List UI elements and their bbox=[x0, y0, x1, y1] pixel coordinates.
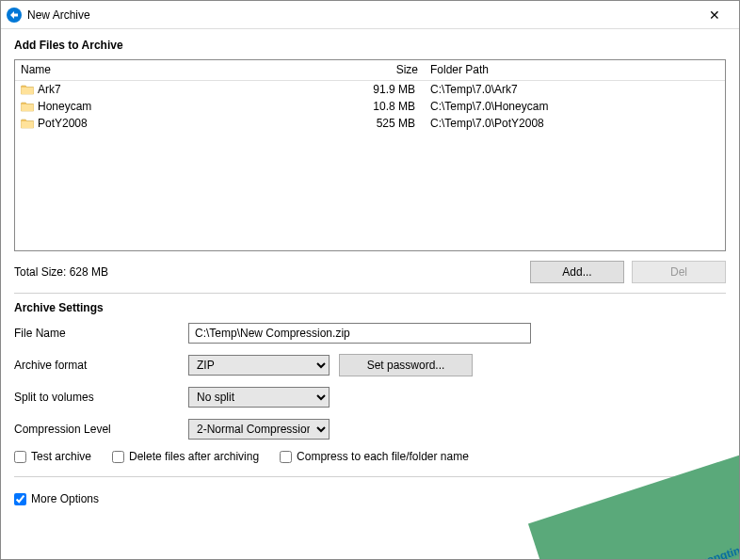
file-name: PotY2008 bbox=[38, 117, 88, 130]
file-list-header: Name Size Folder Path bbox=[15, 60, 725, 81]
set-password-button[interactable]: Set password... bbox=[339, 354, 473, 376]
app-icon bbox=[7, 8, 22, 23]
test-archive-input[interactable] bbox=[14, 451, 26, 463]
delete-after-checkbox[interactable]: Delete files after archiving bbox=[112, 450, 259, 463]
archive-settings-heading: Archive Settings bbox=[14, 301, 726, 314]
more-options-label: More Options bbox=[31, 492, 99, 505]
archive-format-select[interactable]: ZIP bbox=[188, 355, 330, 376]
column-header-size[interactable]: Size bbox=[354, 60, 425, 80]
table-row[interactable]: Honeycam10.8 MBC:\Temp\7.0\Honeycam bbox=[15, 98, 725, 115]
split-volumes-label: Split to volumes bbox=[14, 391, 188, 404]
file-path: C:\Temp\7.0\PotY2008 bbox=[425, 117, 725, 130]
delete-after-label: Delete files after archiving bbox=[129, 450, 259, 463]
compress-each-checkbox[interactable]: Compress to each file/folder name bbox=[280, 450, 469, 463]
table-row[interactable]: PotY2008525 MBC:\Temp\7.0\PotY2008 bbox=[15, 115, 725, 132]
column-header-path[interactable]: Folder Path bbox=[425, 60, 725, 80]
titlebar: New Archive ✕ bbox=[1, 1, 739, 29]
table-row[interactable]: Ark791.9 MBC:\Temp\7.0\Ark7 bbox=[15, 81, 725, 98]
window-title: New Archive bbox=[27, 8, 696, 22]
more-options-input[interactable] bbox=[14, 493, 26, 505]
folder-icon bbox=[21, 101, 34, 112]
file-path: C:\Temp\7.0\Ark7 bbox=[425, 83, 725, 96]
total-size-label: Total Size: 628 MB bbox=[14, 265, 530, 279]
file-list-panel: Name Size Folder Path Ark791.9 MBC:\Temp… bbox=[14, 59, 726, 251]
file-name: Ark7 bbox=[38, 83, 61, 96]
watermark: Truongtin.top bbox=[680, 511, 740, 560]
add-files-heading: Add Files to Archive bbox=[14, 39, 726, 52]
close-button[interactable]: ✕ bbox=[696, 2, 733, 28]
compression-level-select[interactable]: 2-Normal Compression bbox=[188, 419, 330, 440]
file-size: 10.8 MB bbox=[354, 100, 425, 113]
file-path: C:\Temp\7.0\Honeycam bbox=[425, 100, 725, 113]
delete-after-input[interactable] bbox=[112, 451, 124, 463]
split-volumes-select[interactable]: No split bbox=[188, 387, 330, 408]
folder-icon bbox=[21, 118, 34, 129]
test-archive-label: Test archive bbox=[31, 450, 91, 463]
file-name: Honeycam bbox=[38, 100, 91, 113]
test-archive-checkbox[interactable]: Test archive bbox=[14, 450, 91, 463]
filename-label: File Name bbox=[14, 327, 188, 340]
column-header-name[interactable]: Name bbox=[15, 60, 354, 80]
folder-icon bbox=[21, 84, 34, 95]
more-options-checkbox[interactable]: More Options bbox=[14, 492, 99, 505]
archive-format-label: Archive format bbox=[14, 359, 188, 372]
add-button[interactable]: Add... bbox=[530, 261, 624, 283]
divider bbox=[14, 476, 726, 477]
divider bbox=[14, 293, 726, 294]
compression-level-label: Compression Level bbox=[14, 423, 188, 436]
file-size: 525 MB bbox=[354, 117, 425, 130]
del-button[interactable]: Del bbox=[632, 261, 726, 283]
file-size: 91.9 MB bbox=[354, 83, 425, 96]
filename-input[interactable] bbox=[188, 323, 531, 344]
compress-each-label: Compress to each file/folder name bbox=[297, 450, 469, 463]
compress-each-input[interactable] bbox=[280, 451, 292, 463]
